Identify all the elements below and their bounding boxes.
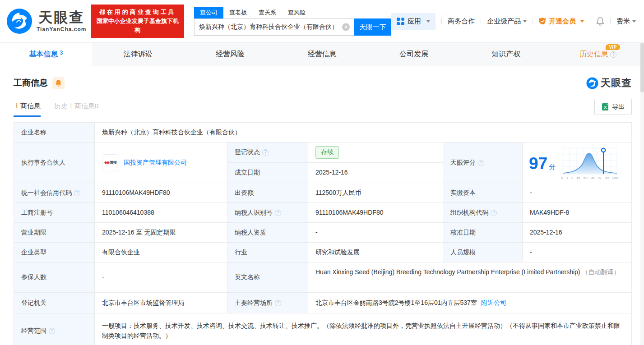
establish-date-label: 成立日期 xyxy=(227,163,308,183)
english-name-cell: Huan Xinxing Seed (Beijing) Breeding Tec… xyxy=(308,262,631,293)
staff-size-value: - xyxy=(523,243,631,262)
header: 天眼查 TianYanCha.com 都在用的商业查询工具 国家中小企业发展子基… xyxy=(0,0,644,43)
score-unit: 分 xyxy=(549,163,556,170)
divider xyxy=(590,18,590,24)
help-icon[interactable]: ? xyxy=(610,51,616,58)
scrollbar-thumb[interactable] xyxy=(640,43,644,92)
score-axis-tick: 97 xyxy=(598,175,602,181)
search-tab-company[interactable]: 查公司 xyxy=(194,7,223,18)
english-name-label: 英文名称 xyxy=(227,262,308,293)
export-label: 导出 xyxy=(612,103,625,111)
chevron-down-icon xyxy=(523,20,527,23)
menu-cooperation[interactable]: 商务合作 xyxy=(448,17,475,26)
tab-legal-litigation[interactable]: 法律诉讼 xyxy=(92,43,184,66)
tab-business-info-label: 经营信息 xyxy=(308,50,337,59)
watermark-brand: 天眼查 xyxy=(601,76,632,90)
username-label: 费米 xyxy=(616,17,630,26)
score-cell[interactable]: 97分 xyxy=(523,143,631,183)
tab-history-info[interactable]: VIP 历史信息 ? xyxy=(552,43,644,66)
watermark-logo: 天眼查 xyxy=(586,76,632,90)
divider xyxy=(441,18,442,24)
reg-status-label: 登记状态 xyxy=(235,147,260,157)
business-info-table: 企业名称 焕新兴种（北京）育种科技合伙企业（有限合伙） 执行事务合伙人 ◆◆ 国… xyxy=(14,122,632,345)
staff-size-label: 人员规模 xyxy=(443,243,523,262)
company-nav-tabs: 基本信息 3 法律诉讼 经营风险 经营信息 公司发展 知识产权 VIP 历史信息… xyxy=(0,43,644,66)
score-axis-tick: 85 xyxy=(591,175,595,181)
search-tab-risk[interactable]: 查风险 xyxy=(282,7,311,18)
export-button[interactable]: X 导出 xyxy=(594,99,632,115)
menu-enterprise-products[interactable]: 企业级产品 xyxy=(487,17,527,26)
chevron-down-icon xyxy=(580,20,584,23)
scope-label-cell: 经营范围 ? xyxy=(14,313,95,345)
score-axis-tick: 99 xyxy=(605,175,609,181)
term-value: 2025-12-16 至 无固定期限 xyxy=(95,223,227,243)
clear-search-icon[interactable]: ✕ xyxy=(342,23,350,31)
authority-value: 北京市丰台区市场监督管理局 xyxy=(95,293,227,313)
subtab-history-registration[interactable]: 历史工商信息0 xyxy=(54,102,98,117)
monitor-bell-icon[interactable] xyxy=(52,77,65,89)
slogan-line2: 国家中小企业发展子基金旗下机构 xyxy=(95,17,180,35)
user-menu[interactable]: 费米 xyxy=(616,17,636,26)
notifications-bell-icon[interactable] xyxy=(596,17,604,26)
reg-status-value-cell: 存续 xyxy=(308,143,443,163)
score-distribution-chart: 0131550859799100 xyxy=(561,146,618,181)
tab-legal-litigation-label: 法律诉讼 xyxy=(124,50,153,59)
help-icon[interactable]: ? xyxy=(478,160,484,166)
partner-company-logo: ◆◆ 国投 xyxy=(102,154,119,171)
main-content: 工商信息 天眼查 工商信息 历史工商信息0 xyxy=(0,76,644,345)
org-code-label: 组织机构代码 xyxy=(450,208,488,218)
excel-icon: X xyxy=(602,103,609,110)
help-icon[interactable]: ? xyxy=(262,149,269,156)
reg-no-label: 工商注册号 xyxy=(14,203,95,223)
capital-label: 出资额 xyxy=(227,183,308,203)
tianyancha-logo[interactable]: 天眼查 TianYanCha.com xyxy=(6,8,86,34)
help-icon[interactable]: ? xyxy=(491,210,497,216)
approve-date-value: 2025-12-16 xyxy=(523,223,631,243)
industry-label: 行业 xyxy=(227,243,308,262)
approve-date-label: 核准日期 xyxy=(443,223,523,243)
divider xyxy=(610,18,611,24)
tab-company-development[interactable]: 公司发展 xyxy=(368,43,460,66)
score-axis-tick: 0 xyxy=(561,175,563,181)
credit-code-label: 统一社会信用代码 xyxy=(21,188,72,198)
address-cell: 北京市丰台区金丽南路3号院2号楼1至16层01内五层537室 附近公司 xyxy=(308,293,631,313)
chevron-down-icon xyxy=(632,20,636,23)
score-label-cell: 天眼评分 ? xyxy=(443,143,523,183)
score-axis-tick: 3 xyxy=(571,175,573,181)
top-menu: 应用 商务合作 企业级产品 开通会员 xyxy=(391,13,636,30)
credit-code-value: 91110106MAK49HDF80 xyxy=(95,183,227,203)
address-value: 北京市丰台区金丽南路3号院2号楼1至16层01内五层537室 xyxy=(315,298,477,308)
org-code-label-cell: 组织机构代码 ? xyxy=(443,203,523,223)
apps-menu[interactable]: 应用 xyxy=(391,13,436,30)
taxpayer-quality-label: 纳税人资质 xyxy=(227,223,308,243)
search-tab-relation[interactable]: 查关系 xyxy=(253,7,282,18)
vip-label: 开通会员 xyxy=(549,17,576,26)
slogan-line1: 都在用的商业查询工具 xyxy=(95,8,180,17)
help-icon[interactable]: ? xyxy=(275,210,281,216)
nearby-companies-link[interactable]: 附近公司 xyxy=(481,298,506,308)
score-axis-tick: 1 xyxy=(566,175,568,181)
vip-badge: VIP xyxy=(606,44,620,50)
search-input[interactable] xyxy=(194,18,354,36)
help-icon[interactable]: ? xyxy=(275,300,281,306)
term-label: 营业期限 xyxy=(14,223,95,243)
divider xyxy=(533,18,533,24)
search-tab-boss[interactable]: 查老板 xyxy=(223,7,253,18)
tianyancha-logo-icon xyxy=(586,77,598,89)
search-button[interactable]: 天眼一下 xyxy=(354,18,391,36)
tab-business-info[interactable]: 经营信息 xyxy=(276,43,368,66)
tab-operating-risk[interactable]: 经营风险 xyxy=(184,43,276,66)
score-axis-tick: 100 xyxy=(612,175,618,181)
tab-intellectual-property-label: 知识产权 xyxy=(491,50,520,59)
paid-capital-value: - xyxy=(523,183,631,203)
svg-text:X: X xyxy=(604,105,607,110)
tab-intellectual-property[interactable]: 知识产权 xyxy=(460,43,552,66)
scrollbar[interactable] xyxy=(640,43,644,345)
tab-operating-risk-label: 经营风险 xyxy=(216,50,245,59)
open-vip-button[interactable]: 开通会员 xyxy=(539,17,584,26)
tab-basic-info[interactable]: 基本信息 3 xyxy=(0,43,92,66)
help-icon[interactable]: ? xyxy=(74,190,80,196)
help-icon[interactable]: ? xyxy=(49,328,55,334)
partner-company-link[interactable]: 国投资产管理有限公司 xyxy=(124,158,187,168)
subtab-business-registration[interactable]: 工商信息 xyxy=(14,102,41,117)
